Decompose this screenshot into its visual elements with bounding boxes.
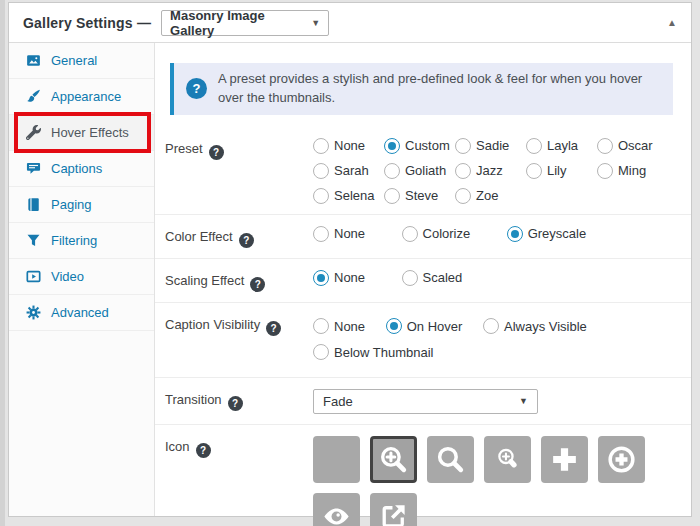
caption-option-always-visible[interactable]: Always Visible bbox=[483, 319, 587, 334]
help-icon[interactable]: ? bbox=[228, 396, 243, 411]
icon-option-zoom-in[interactable] bbox=[370, 436, 417, 483]
radio-icon[interactable] bbox=[455, 163, 471, 179]
radio-icon[interactable] bbox=[313, 163, 329, 179]
radio-label: Jazz bbox=[476, 163, 503, 178]
preset-option-zoe[interactable]: Zoe bbox=[455, 188, 526, 204]
setting-row-caption-visibility: Caption Visibility? None On Hover Always… bbox=[155, 303, 691, 378]
icon-option-plus-circle[interactable] bbox=[598, 436, 645, 483]
question-circle-icon: ? bbox=[186, 78, 207, 99]
sidebar-item-paging[interactable]: Paging bbox=[9, 187, 154, 223]
radio-icon[interactable] bbox=[384, 163, 400, 179]
sidebar-item-advanced[interactable]: Advanced bbox=[9, 295, 154, 331]
help-icon[interactable]: ? bbox=[209, 145, 224, 160]
zoom-in-icon bbox=[377, 443, 410, 476]
info-box: ? A preset provides a stylish and pre-de… bbox=[170, 63, 673, 115]
preset-option-sarah[interactable]: Sarah bbox=[313, 163, 384, 179]
plus-circle-icon bbox=[605, 443, 638, 476]
paintbrush-icon bbox=[26, 89, 41, 104]
sidebar-item-captions[interactable]: Captions bbox=[9, 151, 154, 187]
radio-icon[interactable] bbox=[507, 226, 523, 242]
caption-option-below-thumbnail[interactable]: Below Thumbnail bbox=[313, 345, 433, 360]
radio-icon[interactable] bbox=[483, 318, 499, 334]
transition-select[interactable]: Fade ▼ bbox=[313, 389, 538, 414]
help-icon[interactable]: ? bbox=[266, 321, 281, 336]
radio-icon[interactable] bbox=[526, 138, 542, 154]
icon-option-blank[interactable] bbox=[313, 436, 360, 483]
radio-icon[interactable] bbox=[384, 138, 400, 154]
help-icon[interactable]: ? bbox=[250, 277, 265, 292]
icon-label: Icon? bbox=[165, 436, 313, 526]
radio-label: Ming bbox=[618, 163, 646, 178]
preset-option-jazz[interactable]: Jazz bbox=[455, 163, 526, 179]
caption-visibility-label: Caption Visibility? bbox=[165, 314, 313, 367]
scaling-effect-option-scaled[interactable]: Scaled bbox=[402, 270, 463, 286]
radio-icon[interactable] bbox=[455, 138, 471, 154]
color-effect-option-greyscale[interactable]: Greyscale bbox=[507, 226, 587, 242]
wrench-icon bbox=[26, 125, 41, 140]
sidebar-item-label: Advanced bbox=[51, 305, 109, 320]
radio-icon[interactable] bbox=[313, 344, 329, 360]
radio-icon[interactable] bbox=[597, 163, 613, 179]
radio-icon[interactable] bbox=[402, 270, 418, 286]
radio-icon[interactable] bbox=[386, 318, 402, 334]
sidebar-item-appearance[interactable]: Appearance bbox=[9, 79, 154, 115]
transition-label: Transition? bbox=[165, 389, 313, 414]
caption-option-on-hover[interactable]: On Hover bbox=[386, 319, 463, 334]
gallery-settings-panel: Gallery Settings — Masonry Image Gallery… bbox=[8, 2, 692, 517]
transition-select-value: Fade bbox=[323, 394, 353, 409]
sidebar-item-filtering[interactable]: Filtering bbox=[9, 223, 154, 259]
preset-option-sadie[interactable]: Sadie bbox=[455, 138, 526, 154]
preset-radio-group: None Custom Sadie Layla Oscar Sarah Goli… bbox=[313, 138, 687, 204]
sidebar-item-hover-effects[interactable]: Hover Effects bbox=[9, 115, 154, 151]
radio-icon[interactable] bbox=[313, 226, 329, 242]
icon-option-search-plus[interactable] bbox=[484, 436, 531, 483]
scaling-effect-option-none[interactable]: None bbox=[313, 270, 365, 286]
setting-row-transition: Transition? Fade ▼ bbox=[155, 378, 691, 425]
preset-option-lily[interactable]: Lily bbox=[526, 163, 597, 179]
scaling-effect-label: Scaling Effect? bbox=[165, 270, 313, 292]
preset-option-layla[interactable]: Layla bbox=[526, 138, 597, 154]
radio-icon[interactable] bbox=[455, 188, 471, 204]
sidebar-item-label: Filtering bbox=[51, 233, 97, 248]
setting-row-preset: Preset? None Custom Sadie Layla Oscar Sa… bbox=[155, 127, 691, 215]
radio-icon[interactable] bbox=[384, 188, 400, 204]
preset-option-none[interactable]: None bbox=[313, 138, 384, 154]
radio-icon[interactable] bbox=[313, 318, 329, 334]
radio-icon[interactable] bbox=[402, 226, 418, 242]
book-icon bbox=[26, 197, 41, 212]
preset-option-selena[interactable]: Selena bbox=[313, 188, 384, 204]
radio-icon[interactable] bbox=[597, 138, 613, 154]
preset-option-steve[interactable]: Steve bbox=[384, 188, 455, 204]
preset-label: Preset? bbox=[165, 138, 313, 204]
page-edge bbox=[0, 0, 5, 526]
preset-option-custom[interactable]: Custom bbox=[384, 138, 455, 154]
preset-option-goliath[interactable]: Goliath bbox=[384, 163, 455, 179]
sidebar-item-video[interactable]: Video bbox=[9, 259, 154, 295]
radio-icon[interactable] bbox=[313, 270, 329, 286]
gallery-type-select[interactable]: Masonry Image Gallery ▼ bbox=[161, 10, 329, 36]
icon-option-plus[interactable] bbox=[541, 436, 588, 483]
color-effect-option-colorize[interactable]: Colorize bbox=[402, 226, 471, 242]
settings-content: ? A preset provides a stylish and pre-de… bbox=[155, 43, 691, 516]
icon-option-external-link[interactable] bbox=[370, 493, 417, 526]
radio-icon[interactable] bbox=[313, 188, 329, 204]
panel-title: Gallery Settings — bbox=[23, 15, 151, 31]
caption-option-none[interactable]: None bbox=[313, 319, 365, 334]
radio-label: Goliath bbox=[405, 163, 446, 178]
preset-option-ming[interactable]: Ming bbox=[597, 163, 668, 179]
collapse-panel-icon[interactable]: ▲ bbox=[667, 17, 677, 28]
radio-icon[interactable] bbox=[313, 138, 329, 154]
sidebar-item-general[interactable]: General bbox=[9, 43, 154, 79]
plus-icon bbox=[548, 443, 581, 476]
icon-option-eye[interactable] bbox=[313, 493, 360, 526]
color-effect-option-none[interactable]: None bbox=[313, 226, 365, 242]
preset-option-oscar[interactable]: Oscar bbox=[597, 138, 668, 154]
radio-label: Zoe bbox=[476, 188, 498, 203]
radio-icon[interactable] bbox=[526, 163, 542, 179]
radio-label: None bbox=[334, 319, 365, 334]
setting-row-icon: Icon? bbox=[155, 425, 691, 526]
help-icon[interactable]: ? bbox=[196, 443, 211, 458]
icon-option-search[interactable] bbox=[427, 436, 474, 483]
radio-label: Layla bbox=[547, 138, 578, 153]
help-icon[interactable]: ? bbox=[239, 233, 254, 248]
